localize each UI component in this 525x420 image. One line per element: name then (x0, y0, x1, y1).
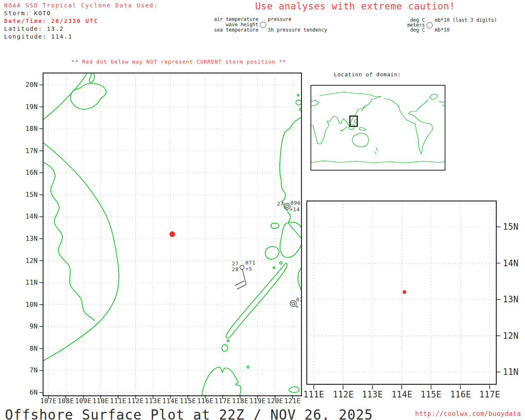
main-y-tick-20n: 20N (13, 81, 38, 89)
station-a-tendency: +14 (290, 206, 300, 212)
storm-dot-zoom (403, 290, 406, 294)
zoom-x-tick-113e: 113E (359, 390, 386, 399)
main-y-tick-16n: 16N (13, 169, 38, 176)
main-y-tick-14n: 14N (13, 212, 38, 220)
station-b-tendency: +5 (245, 266, 252, 272)
main-x-tick-118e: 118E (231, 397, 250, 405)
main-y-tick-10n: 10N (13, 301, 38, 308)
main-x-tick-117e: 117E (213, 397, 233, 405)
world-coast-newzealand (374, 148, 378, 154)
header-datetime-line: Date/Time: 26/2330 UTC (4, 17, 98, 25)
island-southeast (289, 387, 299, 393)
storm-dot-main (169, 231, 175, 237)
legend-pressure-label: pressure (268, 17, 292, 22)
zoom-x-tick-112e: 112E (330, 390, 356, 399)
main-y-tick-19n: 19N (13, 103, 38, 111)
main-y-tick-11n: 11N (13, 278, 38, 286)
zoom-x-tick-115e: 115E (418, 390, 444, 399)
zoom-map-border (307, 201, 496, 384)
legend-units-circle-icon (427, 22, 433, 28)
coastline-luzon-west (280, 117, 301, 238)
main-y-tick-7n: 7N (13, 366, 38, 374)
main-x-tick-109e: 109E (73, 397, 93, 405)
main-map-left-ticks (39, 85, 43, 393)
world-coast-europe (311, 100, 319, 106)
caution-banner: Use analyses with extreme caution! (255, 1, 455, 11)
legend-sea-temperature-label: sea temperature (185, 27, 258, 33)
main-x-tick-121e: 121E (283, 397, 302, 405)
coastline-hainan (71, 83, 106, 109)
legend-sea-unit: deg C (368, 27, 425, 33)
source-url: http://coolwx.com/buoydata (415, 410, 521, 418)
main-x-tick-110e: 110E (91, 397, 111, 405)
zoom-y-tick-12n: 12N (503, 331, 525, 341)
main-map-grid-horizontal (43, 85, 301, 393)
island-palawan (226, 263, 287, 338)
header-storm-line: Storm: KOTO (4, 9, 51, 17)
station-b-wind-barb (235, 269, 246, 289)
main-x-tick-119e: 119E (248, 397, 267, 405)
islet-babuyan (296, 100, 301, 105)
world-coast-indonesia (340, 127, 347, 131)
inset-title: Location of domain: (334, 71, 401, 78)
islet-culion (280, 262, 282, 264)
station-c-pressure: 07 (296, 297, 303, 303)
coastline-borneo (202, 367, 241, 396)
islet-small-4 (247, 366, 249, 368)
world-coast-americas (384, 98, 433, 154)
header-longitude-line: Longitude: 114.1 (4, 33, 73, 41)
world-inset-border (311, 85, 445, 170)
islet-south-palawan (227, 340, 229, 342)
main-x-tick-108e: 108E (56, 397, 76, 405)
main-y-tick-8n: 8N (13, 345, 38, 352)
station-b-pressure: 071 (245, 260, 256, 266)
zoom-x-tick-111e: 111E (301, 390, 327, 399)
zoom-map-right-ticks (496, 227, 500, 372)
island-balabac (222, 345, 228, 351)
station-b-air-temp: 27 (232, 260, 239, 267)
main-x-tick-116e: 116E (196, 397, 215, 405)
storm-position-note: ** Red dot below may NOT represent CURRE… (71, 59, 286, 65)
page-title: Offshore Surface Plot at 22Z / NOV 26, 2… (5, 407, 373, 420)
zoom-y-tick-11n: 11N (503, 367, 525, 377)
legend-tendency-label: 3h pressure tendency (268, 27, 327, 33)
offshore-surface-plot-page: { "colors": { "coastline_green": "#00c41… (0, 0, 525, 420)
zoom-map-grid-vertical (314, 201, 490, 384)
main-x-tick-115e: 115E (178, 397, 198, 405)
coastline-panay-edge (298, 267, 301, 291)
world-coast-antarctica (311, 161, 445, 163)
world-coast-eurasia-africa (311, 92, 381, 144)
station-a-pressure: 096 (290, 200, 301, 206)
zoom-y-tick-15n: 15N (503, 222, 525, 232)
station-c-tendency: + (295, 304, 299, 310)
main-y-tick-9n: 9N (13, 322, 38, 330)
legend-pressure-unit: mb*10 (last 3 digits) (435, 18, 497, 23)
header-source-line: NOAA SSD Tropical Cyclone Data Used: (4, 2, 158, 9)
station-b-sea-temp: 28 (232, 266, 239, 272)
zoom-x-tick-116e: 116E (447, 390, 474, 399)
zoom-x-tick-117e: 117E (477, 390, 503, 399)
main-x-tick-111e: 111E (108, 397, 128, 405)
main-x-tick-107e: 107E (39, 397, 58, 405)
legend-tendency-unit: mb*10 (435, 27, 450, 33)
island-busuanga (265, 247, 279, 259)
main-x-tick-120e: 120E (265, 397, 285, 405)
border-vietnam-inland (43, 162, 94, 321)
world-coast-australia (352, 133, 368, 147)
world-coast-newguinea (359, 128, 366, 130)
main-y-tick-12n: 12N (13, 257, 38, 265)
zoom-y-tick-13n: 13N (503, 294, 525, 304)
station-a-calm-inner-circle (286, 205, 289, 208)
main-x-tick-112e: 112E (126, 397, 146, 405)
zoom-x-tick-114e: 114E (389, 390, 415, 399)
coastline-vietnam (43, 143, 119, 361)
main-x-tick-114e: 114E (161, 397, 180, 405)
main-y-tick-18n: 18N (13, 125, 38, 132)
coastline-china-north (43, 73, 87, 120)
header-latitude-line: Latitude: 13.2 (4, 25, 64, 33)
station-a-air-temp: 27 (277, 201, 284, 207)
islet-small-3 (273, 267, 275, 269)
main-y-tick-15n: 15N (13, 191, 38, 199)
legend-station-circle-icon (260, 22, 266, 28)
main-y-tick-13n: 13N (13, 235, 38, 242)
